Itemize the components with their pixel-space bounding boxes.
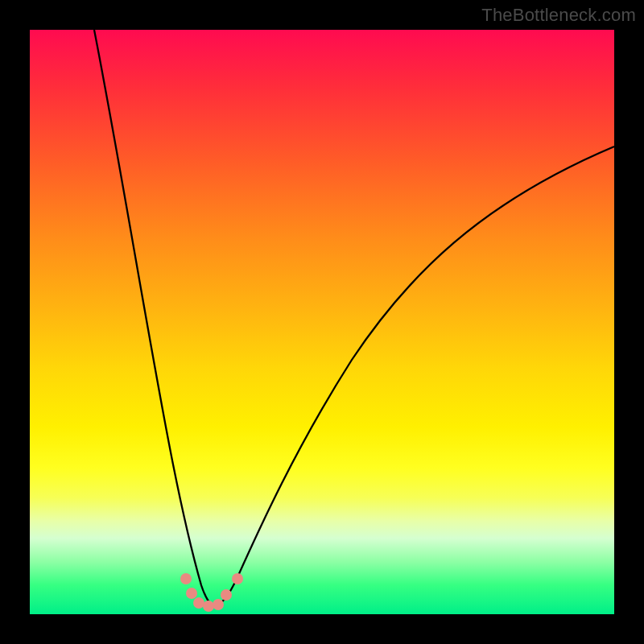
chart-plot-area: [30, 30, 614, 614]
marker-dot: [186, 588, 197, 599]
marker-dot: [213, 599, 224, 610]
marker-dot: [180, 573, 192, 584]
chart-frame: TheBottleneck.com: [0, 0, 644, 644]
marker-cluster: [180, 573, 243, 612]
marker-dot: [203, 601, 214, 612]
curve-left-branch: [94, 30, 213, 606]
watermark-text: TheBottleneck.com: [481, 5, 636, 26]
marker-dot: [232, 573, 243, 584]
marker-dot: [193, 597, 204, 609]
marker-dot: [221, 589, 232, 601]
curve-right-branch: [213, 147, 614, 606]
bottleneck-curve: [30, 30, 614, 614]
